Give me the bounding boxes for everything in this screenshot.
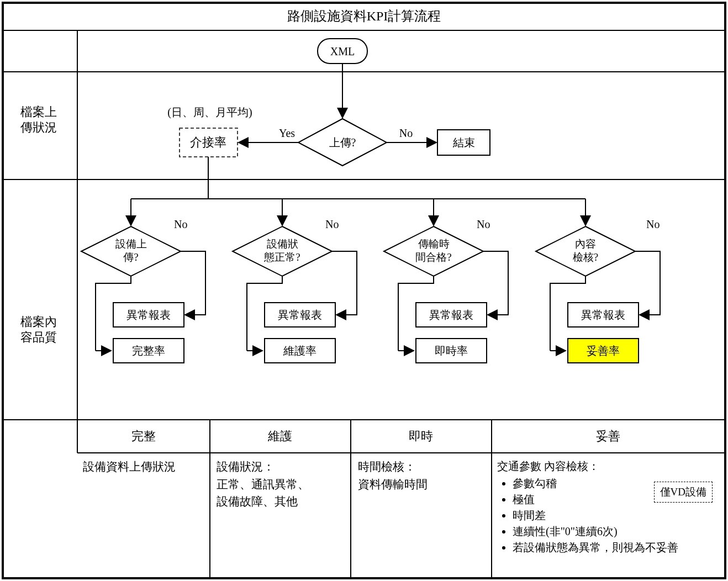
- svg-text:內容: 內容: [575, 238, 596, 250]
- branch2-no: No: [325, 218, 339, 230]
- metric-4-label: 妥善率: [587, 345, 620, 357]
- vd-note: 僅VD設備: [654, 482, 713, 503]
- page-title: 路側設施資料KPI計算流程: [287, 9, 441, 23]
- label-upload-no: No: [399, 127, 413, 139]
- summary-h4: 妥善: [596, 429, 620, 443]
- metric-1-label: 完整率: [132, 345, 165, 357]
- report-3-label: 異常報表: [429, 309, 473, 321]
- summary-c4-title: 交通參數 內容檢核：: [497, 458, 721, 474]
- report-2-label: 異常報表: [278, 309, 322, 321]
- summary-h3: 即時: [409, 429, 433, 443]
- branch-1: 設備上 傳? No 異常報表 完整率: [81, 199, 205, 363]
- summary-c4-item: 若設備狀態為異常，則視為不妥善: [513, 540, 721, 556]
- svg-text:檢核?: 檢核?: [573, 251, 598, 263]
- summary-cell-2: 設備狀況： 正常、通訊異常、 設備故障、其他: [217, 458, 346, 511]
- svg-text:傳?: 傳?: [123, 251, 138, 263]
- start-xml-label: XML: [330, 45, 355, 57]
- metric-3-label: 即時率: [435, 345, 468, 357]
- summary-cell-1: 設備資料上傳狀況: [83, 458, 204, 476]
- note-avg: (日、周、月平均): [167, 106, 252, 119]
- branch4-no: No: [646, 218, 660, 230]
- summary-cell-4: 交通參數 內容檢核： 參數勾稽 極值 時間差 連續性(非"0"連續6次) 若設備…: [497, 458, 721, 556]
- metric-interface-label: 介接率: [190, 135, 226, 149]
- end-label: 結束: [452, 136, 475, 149]
- summary-h1: 完整: [131, 429, 156, 443]
- svg-text:態正常?: 態正常?: [263, 251, 300, 263]
- svg-text:間合格?: 間合格?: [415, 251, 451, 263]
- branch-2: 設備狀 態正常? No 異常報表 維護率: [233, 199, 357, 363]
- report-4-label: 異常報表: [581, 309, 625, 321]
- branch3-no: No: [477, 218, 490, 230]
- summary-h2: 維護: [267, 429, 292, 443]
- summary-c4-item: 時間差: [513, 508, 721, 524]
- summary-c4-item: 連續性(非"0"連續6次): [513, 524, 721, 540]
- decision-upload-label: 上傳?: [329, 136, 356, 149]
- svg-text:傳輸時: 傳輸時: [418, 238, 450, 250]
- svg-text:設備上: 設備上: [115, 238, 147, 250]
- branch-3: 傳輸時 間合格? No 異常報表 即時率: [384, 199, 508, 363]
- svg-text:設備狀: 設備狀: [267, 238, 298, 250]
- label-upload-yes: Yes: [279, 127, 295, 139]
- metric-2-label: 維護率: [283, 345, 316, 357]
- summary-cell-3: 時間檢核： 資料傳輸時間: [358, 458, 488, 493]
- branch1-no: No: [174, 218, 187, 230]
- branch-4: 內容 檢核? No 異常報表 妥善率: [536, 199, 660, 363]
- row-label-content: 檔案內容品質: [20, 315, 57, 344]
- report-1-label: 異常報表: [126, 309, 171, 321]
- row-label-upload: 檔案上傳狀況: [20, 105, 57, 134]
